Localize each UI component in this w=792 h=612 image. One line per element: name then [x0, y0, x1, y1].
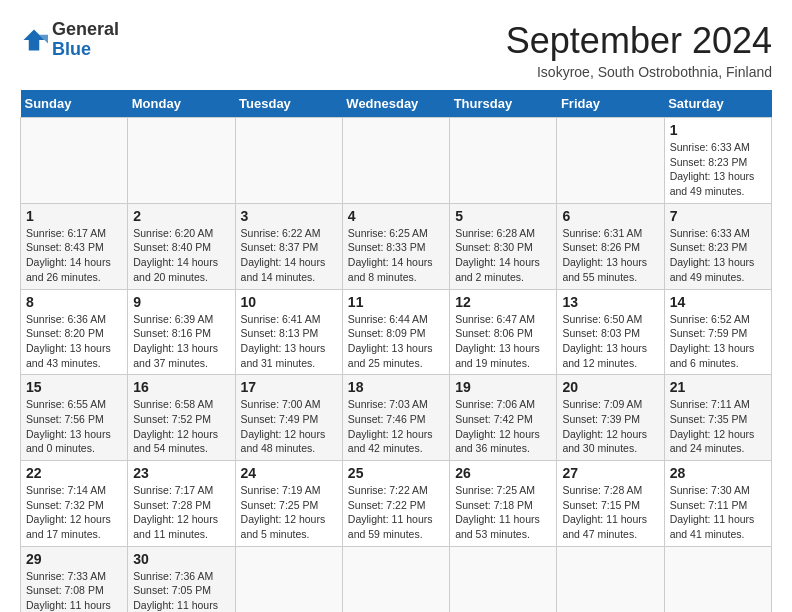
calendar-cell	[450, 546, 557, 612]
day-number: 27	[562, 465, 658, 481]
weekday-header: Monday	[128, 90, 235, 118]
day-info: Sunrise: 7:03 AMSunset: 7:46 PMDaylight:…	[348, 398, 433, 454]
calendar-cell	[557, 118, 664, 204]
day-info: Sunrise: 7:19 AMSunset: 7:25 PMDaylight:…	[241, 484, 326, 540]
day-number: 24	[241, 465, 337, 481]
day-number: 10	[241, 294, 337, 310]
day-number: 17	[241, 379, 337, 395]
day-number: 23	[133, 465, 229, 481]
day-info: Sunrise: 7:22 AMSunset: 7:22 PMDaylight:…	[348, 484, 433, 540]
calendar-cell	[235, 546, 342, 612]
calendar-cell: 15Sunrise: 6:55 AMSunset: 7:56 PMDayligh…	[21, 375, 128, 461]
day-number: 1	[670, 122, 766, 138]
day-info: Sunrise: 7:33 AMSunset: 7:08 PMDaylight:…	[26, 570, 111, 612]
day-info: Sunrise: 6:17 AMSunset: 8:43 PMDaylight:…	[26, 227, 111, 283]
calendar-cell	[557, 546, 664, 612]
day-info: Sunrise: 6:33 AMSunset: 8:23 PMDaylight:…	[670, 141, 755, 197]
weekday-header: Tuesday	[235, 90, 342, 118]
day-number: 18	[348, 379, 444, 395]
page-header: General Blue September 2024 Isokyroe, So…	[20, 20, 772, 80]
day-number: 8	[26, 294, 122, 310]
day-number: 5	[455, 208, 551, 224]
day-number: 13	[562, 294, 658, 310]
weekday-header-row: SundayMondayTuesdayWednesdayThursdayFrid…	[21, 90, 772, 118]
day-info: Sunrise: 7:14 AMSunset: 7:32 PMDaylight:…	[26, 484, 111, 540]
calendar-cell: 2Sunrise: 6:20 AMSunset: 8:40 PMDaylight…	[128, 203, 235, 289]
logo-text: General Blue	[52, 20, 119, 60]
calendar-cell: 22Sunrise: 7:14 AMSunset: 7:32 PMDayligh…	[21, 461, 128, 547]
day-number: 14	[670, 294, 766, 310]
calendar-cell: 12Sunrise: 6:47 AMSunset: 8:06 PMDayligh…	[450, 289, 557, 375]
day-number: 4	[348, 208, 444, 224]
day-info: Sunrise: 6:52 AMSunset: 7:59 PMDaylight:…	[670, 313, 755, 369]
calendar-cell: 14Sunrise: 6:52 AMSunset: 7:59 PMDayligh…	[664, 289, 771, 375]
day-info: Sunrise: 6:22 AMSunset: 8:37 PMDaylight:…	[241, 227, 326, 283]
calendar-cell: 8Sunrise: 6:36 AMSunset: 8:20 PMDaylight…	[21, 289, 128, 375]
calendar-cell: 29Sunrise: 7:33 AMSunset: 7:08 PMDayligh…	[21, 546, 128, 612]
calendar-cell	[450, 118, 557, 204]
calendar-week-row: 29Sunrise: 7:33 AMSunset: 7:08 PMDayligh…	[21, 546, 772, 612]
day-info: Sunrise: 7:09 AMSunset: 7:39 PMDaylight:…	[562, 398, 647, 454]
calendar-cell	[664, 546, 771, 612]
calendar-table: SundayMondayTuesdayWednesdayThursdayFrid…	[20, 90, 772, 612]
day-number: 2	[133, 208, 229, 224]
day-number: 30	[133, 551, 229, 567]
day-info: Sunrise: 6:28 AMSunset: 8:30 PMDaylight:…	[455, 227, 540, 283]
day-number: 26	[455, 465, 551, 481]
day-info: Sunrise: 7:17 AMSunset: 7:28 PMDaylight:…	[133, 484, 218, 540]
day-info: Sunrise: 6:55 AMSunset: 7:56 PMDaylight:…	[26, 398, 111, 454]
calendar-cell	[128, 118, 235, 204]
logo-icon	[20, 26, 48, 54]
day-info: Sunrise: 6:44 AMSunset: 8:09 PMDaylight:…	[348, 313, 433, 369]
day-number: 9	[133, 294, 229, 310]
calendar-week-row: 22Sunrise: 7:14 AMSunset: 7:32 PMDayligh…	[21, 461, 772, 547]
calendar-title: September 2024	[506, 20, 772, 62]
calendar-cell: 20Sunrise: 7:09 AMSunset: 7:39 PMDayligh…	[557, 375, 664, 461]
title-section: September 2024 Isokyroe, South Ostroboth…	[506, 20, 772, 80]
day-number: 15	[26, 379, 122, 395]
calendar-cell: 19Sunrise: 7:06 AMSunset: 7:42 PMDayligh…	[450, 375, 557, 461]
weekday-header: Saturday	[664, 90, 771, 118]
calendar-cell: 1Sunrise: 6:17 AMSunset: 8:43 PMDaylight…	[21, 203, 128, 289]
calendar-cell: 5Sunrise: 6:28 AMSunset: 8:30 PMDaylight…	[450, 203, 557, 289]
day-number: 12	[455, 294, 551, 310]
calendar-cell: 28Sunrise: 7:30 AMSunset: 7:11 PMDayligh…	[664, 461, 771, 547]
calendar-cell: 10Sunrise: 6:41 AMSunset: 8:13 PMDayligh…	[235, 289, 342, 375]
calendar-week-row: 1Sunrise: 6:17 AMSunset: 8:43 PMDaylight…	[21, 203, 772, 289]
calendar-cell: 6Sunrise: 6:31 AMSunset: 8:26 PMDaylight…	[557, 203, 664, 289]
day-info: Sunrise: 7:36 AMSunset: 7:05 PMDaylight:…	[133, 570, 218, 612]
calendar-cell: 27Sunrise: 7:28 AMSunset: 7:15 PMDayligh…	[557, 461, 664, 547]
calendar-cell: 23Sunrise: 7:17 AMSunset: 7:28 PMDayligh…	[128, 461, 235, 547]
day-number: 6	[562, 208, 658, 224]
day-info: Sunrise: 7:30 AMSunset: 7:11 PMDaylight:…	[670, 484, 755, 540]
calendar-cell	[21, 118, 128, 204]
weekday-header: Sunday	[21, 90, 128, 118]
day-number: 22	[26, 465, 122, 481]
calendar-cell: 9Sunrise: 6:39 AMSunset: 8:16 PMDaylight…	[128, 289, 235, 375]
calendar-cell: 16Sunrise: 6:58 AMSunset: 7:52 PMDayligh…	[128, 375, 235, 461]
calendar-cell: 30Sunrise: 7:36 AMSunset: 7:05 PMDayligh…	[128, 546, 235, 612]
calendar-cell: 11Sunrise: 6:44 AMSunset: 8:09 PMDayligh…	[342, 289, 449, 375]
calendar-week-row: 8Sunrise: 6:36 AMSunset: 8:20 PMDaylight…	[21, 289, 772, 375]
calendar-cell: 24Sunrise: 7:19 AMSunset: 7:25 PMDayligh…	[235, 461, 342, 547]
day-info: Sunrise: 6:25 AMSunset: 8:33 PMDaylight:…	[348, 227, 433, 283]
day-number: 20	[562, 379, 658, 395]
day-info: Sunrise: 6:58 AMSunset: 7:52 PMDaylight:…	[133, 398, 218, 454]
day-number: 1	[26, 208, 122, 224]
day-info: Sunrise: 6:36 AMSunset: 8:20 PMDaylight:…	[26, 313, 111, 369]
calendar-cell: 21Sunrise: 7:11 AMSunset: 7:35 PMDayligh…	[664, 375, 771, 461]
calendar-cell: 17Sunrise: 7:00 AMSunset: 7:49 PMDayligh…	[235, 375, 342, 461]
calendar-week-row: 15Sunrise: 6:55 AMSunset: 7:56 PMDayligh…	[21, 375, 772, 461]
day-number: 29	[26, 551, 122, 567]
day-info: Sunrise: 6:31 AMSunset: 8:26 PMDaylight:…	[562, 227, 647, 283]
day-info: Sunrise: 7:28 AMSunset: 7:15 PMDaylight:…	[562, 484, 647, 540]
calendar-cell	[342, 546, 449, 612]
day-info: Sunrise: 7:00 AMSunset: 7:49 PMDaylight:…	[241, 398, 326, 454]
day-info: Sunrise: 6:33 AMSunset: 8:23 PMDaylight:…	[670, 227, 755, 283]
weekday-header: Friday	[557, 90, 664, 118]
day-number: 7	[670, 208, 766, 224]
calendar-cell: 25Sunrise: 7:22 AMSunset: 7:22 PMDayligh…	[342, 461, 449, 547]
day-info: Sunrise: 6:50 AMSunset: 8:03 PMDaylight:…	[562, 313, 647, 369]
calendar-week-row: 1Sunrise: 6:33 AMSunset: 8:23 PMDaylight…	[21, 118, 772, 204]
calendar-cell: 7Sunrise: 6:33 AMSunset: 8:23 PMDaylight…	[664, 203, 771, 289]
